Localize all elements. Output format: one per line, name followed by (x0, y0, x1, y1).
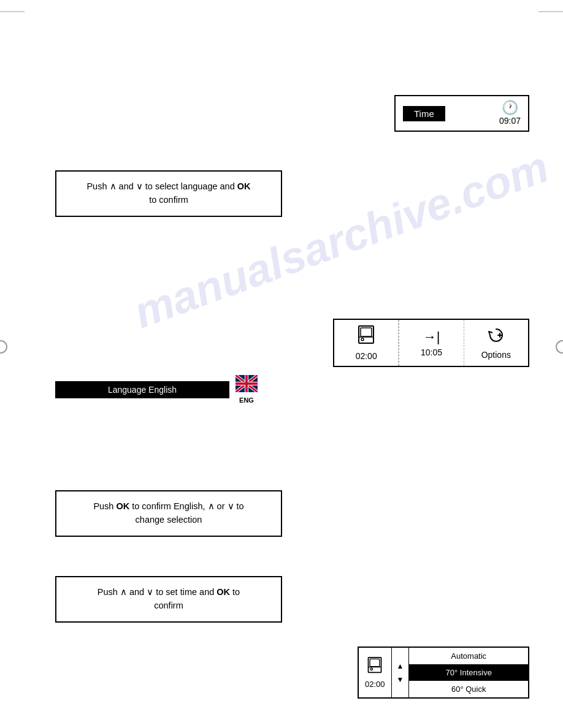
down-arrow-top: ∨ (136, 181, 143, 191)
up-arrow-bot: ∧ (120, 587, 127, 597)
flag-icon (236, 375, 258, 395)
option-quick: 60° Quick (409, 681, 528, 697)
time-right: 🕐 09:07 (499, 101, 521, 126)
ok-bot: OK (216, 587, 230, 597)
program-panel: 02:00 →| 10:05 Options (333, 319, 529, 367)
ok-label-top: OK (237, 181, 251, 191)
option-automatic: Automatic (409, 648, 528, 664)
selector-down-arrow: ▼ (397, 675, 404, 684)
top-line-right (538, 11, 563, 12)
program-cell-options: Options (464, 320, 528, 366)
options-label: Options (481, 350, 511, 360)
flag-code: ENG (239, 396, 254, 404)
up-arrow-top: ∧ (110, 181, 117, 191)
program-time-1: 02:00 (356, 351, 377, 361)
selector-arrows: ▲ ▼ (392, 648, 410, 697)
program-cell-wash: 02:00 (334, 320, 399, 366)
down-arrow-mid: ∨ (228, 501, 234, 511)
selector-wash-icon (366, 656, 383, 677)
svg-point-3 (361, 338, 364, 341)
end-arrow-icon: →| (423, 329, 440, 345)
options-icon (488, 327, 505, 347)
up-arrow-mid: ∧ (208, 501, 215, 511)
instruction-mid-text: Push OK to confirm English, ∧ or ∨ tocha… (93, 501, 243, 525)
flag-box: ENG (236, 375, 258, 404)
svg-point-18 (370, 668, 373, 670)
svg-rect-1 (361, 328, 372, 336)
language-label: Language English (55, 381, 229, 398)
selector-up-arrow: ▲ (397, 662, 404, 670)
instruction-top-text: Push ∧ and ∨ to select language and OKto… (86, 181, 250, 205)
instruction-bot-text: Push ∧ and ∨ to set time and OK toconfir… (98, 587, 240, 610)
time-label: Time (403, 106, 445, 121)
selector-time: 02:00 (365, 680, 385, 689)
program-cell-end: →| 10:05 (399, 320, 464, 366)
instruction-box-mid: Push OK to confirm English, ∧ or ∨ tocha… (55, 490, 282, 537)
svg-rect-14 (245, 375, 248, 392)
program-selector: 02:00 ▲ ▼ Automatic 70° Intensive 60° Qu… (358, 646, 529, 699)
top-line-left (0, 11, 25, 12)
selector-left: 02:00 (359, 648, 392, 697)
ok-mid: OK (116, 501, 129, 511)
clock-icon: 🕐 (502, 101, 518, 115)
circle-right-indicator (556, 340, 563, 354)
option-intensive: 70° Intensive (409, 664, 528, 681)
language-panel: Language English ENG (55, 375, 258, 404)
program-time-2: 10:05 (421, 347, 442, 357)
selector-right: Automatic 70° Intensive 60° Quick (409, 648, 528, 697)
time-panel: Time 🕐 09:07 (394, 95, 529, 132)
time-value: 09:07 (499, 116, 521, 126)
wash-icon (356, 325, 376, 349)
down-arrow-bot: ∨ (147, 587, 153, 597)
svg-rect-16 (370, 659, 380, 666)
circle-left-indicator (0, 340, 7, 354)
instruction-box-top: Push ∧ and ∨ to select language and OKto… (55, 170, 282, 217)
instruction-box-bot: Push ∧ and ∨ to set time and OK toconfir… (55, 576, 282, 623)
